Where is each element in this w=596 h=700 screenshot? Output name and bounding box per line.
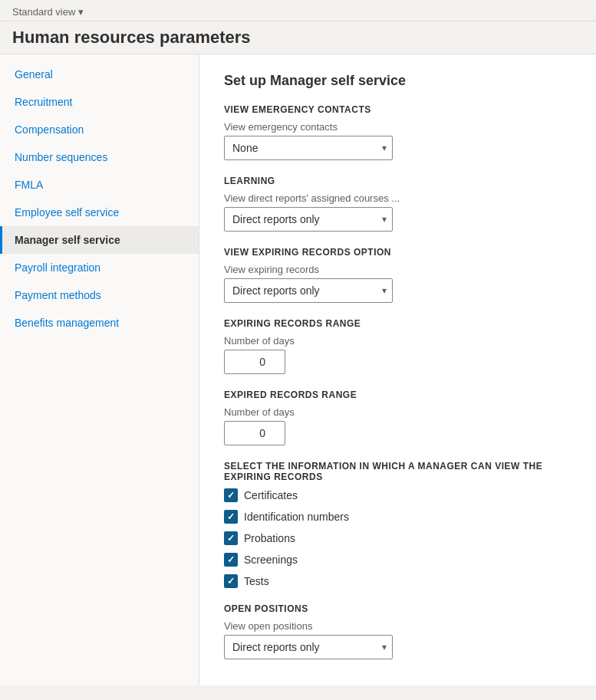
main-content: Set up Manager self service VIEW EMERGEN…	[199, 54, 596, 685]
sidebar-item-benefits-management[interactable]: Benefits management	[0, 309, 199, 337]
select-information-group: SELECT THE INFORMATION IN WHICH A MANAGE…	[224, 461, 571, 588]
open-positions-label-upper: OPEN POSITIONS	[224, 603, 571, 614]
checkmark-icon: ✓	[227, 554, 235, 565]
open-positions-dropdown[interactable]: Direct reports only All None	[224, 635, 393, 659]
open-positions-group: OPEN POSITIONS View open positions Direc…	[224, 603, 571, 659]
learning-dropdown-wrapper: Direct reports only All None ▾	[224, 207, 393, 232]
sidebar-item-payroll-integration[interactable]: Payroll integration	[0, 254, 199, 281]
expired-records-range-label-upper: EXPIRED RECORDS RANGE	[224, 389, 571, 400]
standard-view-label: Standard view	[12, 6, 75, 18]
sidebar-item-manager-self-service[interactable]: Manager self service	[0, 226, 199, 254]
learning-group: LEARNING View direct reports' assigned c…	[224, 176, 571, 232]
sidebar-item-number-sequences[interactable]: Number sequences	[0, 143, 199, 171]
view-emergency-contacts-dropdown[interactable]: None Direct reports only All	[224, 136, 393, 160]
checkbox-screenings[interactable]: ✓	[224, 553, 238, 567]
checkbox-label-identification-numbers: Identification numbers	[244, 511, 349, 523]
sidebar-item-general[interactable]: General	[0, 61, 199, 88]
expiring-records-range-input[interactable]	[224, 350, 285, 374]
checkbox-item-identification-numbers[interactable]: ✓ Identification numbers	[224, 510, 571, 524]
checkbox-item-probations[interactable]: ✓ Probations	[224, 531, 571, 545]
checkmark-icon: ✓	[227, 533, 235, 544]
checkbox-item-tests[interactable]: ✓ Tests	[224, 574, 571, 588]
checkbox-label-probations: Probations	[244, 532, 295, 544]
sidebar-item-fmla[interactable]: FMLA	[0, 171, 199, 199]
expired-records-range-group: EXPIRED RECORDS RANGE Number of days	[224, 389, 571, 445]
top-bar: Standard view ▾	[0, 0, 596, 21]
view-expiring-records-group: VIEW EXPIRING RECORDS OPTION View expiri…	[224, 247, 571, 303]
sidebar: General Recruitment Compensation Number …	[0, 54, 199, 685]
view-emergency-contacts-label-upper: VIEW EMERGENCY CONTACTS	[224, 104, 571, 115]
chevron-down-icon: ▾	[78, 6, 84, 18]
view-emergency-contacts-label: View emergency contacts	[224, 121, 571, 133]
checkbox-probations[interactable]: ✓	[224, 531, 238, 545]
sidebar-item-payment-methods[interactable]: Payment methods	[0, 281, 199, 309]
section-title: Set up Manager self service	[224, 73, 571, 89]
checkbox-item-screenings[interactable]: ✓ Screenings	[224, 553, 571, 567]
checkbox-label-tests: Tests	[244, 575, 269, 587]
view-emergency-contacts-dropdown-wrapper: None Direct reports only All ▾	[224, 136, 393, 160]
checkbox-identification-numbers[interactable]: ✓	[224, 510, 238, 524]
sidebar-item-employee-self-service[interactable]: Employee self service	[0, 199, 199, 226]
learning-label: View direct reports' assigned courses ..…	[224, 192, 571, 204]
view-expiring-records-label-upper: VIEW EXPIRING RECORDS OPTION	[224, 247, 571, 258]
view-emergency-contacts-group: VIEW EMERGENCY CONTACTS View emergency c…	[224, 104, 571, 160]
standard-view-button[interactable]: Standard view ▾	[12, 6, 584, 18]
select-information-label-upper: SELECT THE INFORMATION IN WHICH A MANAGE…	[224, 461, 571, 482]
expired-records-range-label: Number of days	[224, 406, 571, 418]
checkbox-item-certificates[interactable]: ✓ Certificates	[224, 488, 571, 502]
open-positions-dropdown-wrapper: Direct reports only All None ▾	[224, 635, 393, 659]
open-positions-label: View open positions	[224, 620, 571, 632]
expiring-records-range-group: EXPIRING RECORDS RANGE Number of days	[224, 318, 571, 374]
checkbox-label-certificates: Certificates	[244, 489, 298, 501]
checkbox-label-screenings: Screenings	[244, 554, 298, 566]
expired-records-range-input[interactable]	[224, 421, 285, 445]
expiring-records-range-label: Number of days	[224, 335, 571, 347]
sidebar-item-compensation[interactable]: Compensation	[0, 116, 199, 143]
page-title: Human resources parameters	[0, 21, 596, 54]
checkbox-certificates[interactable]: ✓	[224, 488, 238, 502]
expiring-records-range-label-upper: EXPIRING RECORDS RANGE	[224, 318, 571, 329]
main-layout: General Recruitment Compensation Number …	[0, 54, 596, 685]
learning-label-upper: LEARNING	[224, 176, 571, 186]
view-expiring-records-dropdown-wrapper: Direct reports only All None ▾	[224, 278, 393, 303]
checkbox-group: ✓ Certificates ✓ Identification numbers …	[224, 488, 571, 588]
checkbox-tests[interactable]: ✓	[224, 574, 238, 588]
view-expiring-records-label: View expiring records	[224, 264, 571, 275]
learning-dropdown[interactable]: Direct reports only All None	[224, 207, 393, 232]
view-expiring-records-dropdown[interactable]: Direct reports only All None	[224, 278, 393, 303]
checkmark-icon: ✓	[227, 511, 235, 522]
checkmark-icon: ✓	[227, 490, 235, 501]
checkmark-icon: ✓	[227, 576, 235, 587]
sidebar-item-recruitment[interactable]: Recruitment	[0, 88, 199, 116]
